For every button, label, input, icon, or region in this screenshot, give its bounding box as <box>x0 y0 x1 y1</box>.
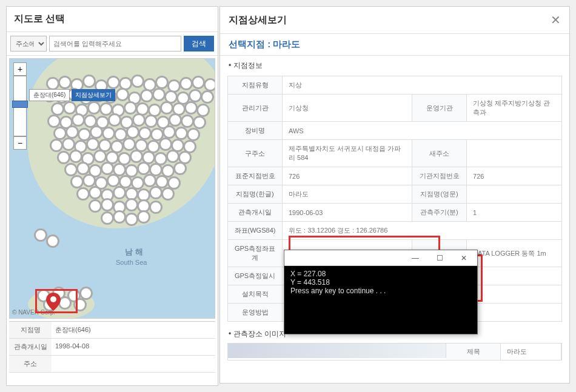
selected-point: 선택지점 : 마라도 <box>220 34 569 56</box>
coord-label: 좌표(WGS84) <box>228 222 283 240</box>
sea-label-kr: 남 해 <box>125 247 143 257</box>
address-value <box>52 356 215 372</box>
gps-coord-label: GPS측정좌표계 <box>228 240 283 267</box>
table-row: 주소 <box>9 356 215 373</box>
map-panel-title: 지도로 선택 <box>7 7 218 32</box>
mgr-label: 관리기관 <box>228 95 283 122</box>
station-name-label: 지점명 <box>9 322 52 338</box>
search-input[interactable] <box>49 36 181 51</box>
install-label: 설치목적 <box>228 285 283 304</box>
equip-label: 장비명 <box>228 122 283 140</box>
zoom-out-button[interactable]: − <box>13 136 27 150</box>
table-row: 관측개시일 1990-06-03 관측주기(분) 1 <box>228 204 562 222</box>
equip-value: AWS <box>283 122 562 140</box>
start-date-label: 관측개시일 <box>9 339 52 355</box>
table-row: 표준지점번호 726 기관지점번호 726 <box>228 167 562 185</box>
addr-value: 제주특별자치도 서귀포시 대정읍 가파리 584 <box>283 140 412 167</box>
start-value: 1990-06-03 <box>283 204 412 222</box>
search-row: 주소에서 검색 <box>7 32 218 56</box>
station-summary-table: 지점명 춘장대(646) 관측개시일 1998-04-08 주소 <box>9 321 215 373</box>
minimize-icon[interactable]: — <box>404 252 426 264</box>
search-button[interactable]: 검색 <box>184 36 214 51</box>
gps-time-label: GPS측정일시 <box>228 267 283 285</box>
newaddr-label: 새주소 <box>412 140 467 167</box>
image-footer-row: 제목 마라도 <box>227 343 562 360</box>
kr-name-value: 마라도 <box>283 185 412 204</box>
oper-value: 기상청 제주지방기상청 관측과 <box>467 95 562 122</box>
close-icon[interactable]: ✕ <box>551 13 561 27</box>
footer-title-value: 마라도 <box>501 344 561 360</box>
period-label: 관측주기(분) <box>412 204 467 222</box>
start-date-value: 1998-04-08 <box>52 339 215 355</box>
section-info-title: • 지점정보 <box>220 56 569 73</box>
oper-label: 운영기관 <box>412 95 467 122</box>
station-name-value: 춘장대(646) <box>52 322 215 338</box>
tooltip-detail-button[interactable]: 지점상세보기 <box>72 89 115 101</box>
map-tooltip: 춘장대(646) 지점상세보기 <box>29 89 115 101</box>
table-row: 구주소 제주특별자치도 서귀포시 대정읍 가파리 584 새주소 <box>228 140 562 167</box>
table-row: 관측개시일 1998-04-08 <box>9 339 215 356</box>
selected-prefix: 선택지점 : <box>229 39 270 49</box>
image-preview <box>228 344 446 358</box>
sea-label-en: South Sea <box>116 259 147 266</box>
en-name-label: 지점명(영문) <box>412 185 467 204</box>
table-row: 장비명 AWS <box>228 122 562 140</box>
table-row: 지점명 춘장대(646) <box>9 322 215 339</box>
addr-label: 구주소 <box>228 140 283 167</box>
address-label: 주소 <box>9 356 52 372</box>
type-label: 지점유형 <box>228 76 283 95</box>
org-no-label: 기관지점번호 <box>412 167 467 185</box>
console-window[interactable]: — ☐ ✕ X = 227.08 Y = 443.518 Press any k… <box>284 250 478 334</box>
start-label: 관측개시일 <box>228 204 283 222</box>
footer-title-label: 제목 <box>446 344 501 360</box>
kr-name-label: 지점명(한글) <box>228 185 283 204</box>
highlight-box-map <box>35 289 78 313</box>
zoom-thumb[interactable] <box>12 101 28 108</box>
console-output: X = 227.08 Y = 443.518 Press any key to … <box>284 266 477 299</box>
newaddr-value <box>467 140 562 167</box>
zoom-slider[interactable] <box>13 76 27 136</box>
zoom-controls: + − <box>13 62 27 150</box>
std-no-label: 표준지점번호 <box>228 167 283 185</box>
table-row: 지점명(한글) 마라도 지점명(영문) <box>228 185 562 204</box>
tooltip-station-name: 춘장대(646) <box>29 89 70 101</box>
close-console-icon[interactable]: ✕ <box>453 252 475 264</box>
detail-header: 지점상세보기 ✕ <box>220 7 569 34</box>
console-titlebar[interactable]: — ☐ ✕ <box>284 250 477 266</box>
en-name-value <box>467 185 562 204</box>
mgr-value: 기상청 <box>283 95 412 122</box>
search-type-select[interactable]: 주소에서 <box>10 36 47 51</box>
method-label: 운영방법 <box>228 304 283 322</box>
table-row: 관리기관 기상청 운영기관 기상청 제주지방기상청 관측과 <box>228 95 562 122</box>
zoom-in-button[interactable]: + <box>13 62 27 76</box>
period-value: 1 <box>467 204 562 222</box>
map-panel: 지도로 선택 주소에서 검색 + − 춘장대(646) 지점상세보기 <box>6 6 218 386</box>
std-no-value: 726 <box>283 167 412 185</box>
map-container[interactable]: + − 춘장대(646) 지점상세보기 <box>9 58 215 319</box>
selected-name: 마라도 <box>273 39 300 49</box>
type-value: 지상 <box>283 76 562 95</box>
table-row: 지점유형 지상 <box>228 76 562 95</box>
detail-title: 지점상세보기 <box>229 14 287 27</box>
maximize-icon[interactable]: ☐ <box>429 252 450 264</box>
org-no-value: 726 <box>467 167 562 185</box>
